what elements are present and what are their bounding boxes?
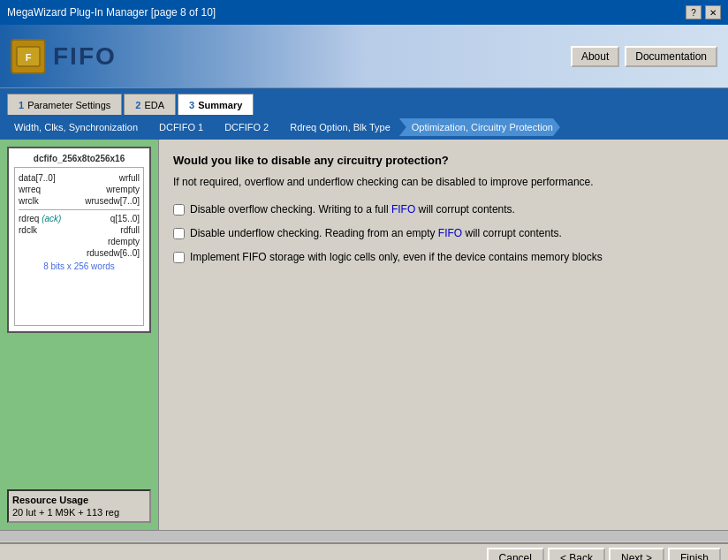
fifo-diagram-body: data[7..0] wrfull wrreq wrempty wrclk wr… [14,167,144,326]
description-text: If not required, overflow and underflow … [173,174,714,190]
documentation-button[interactable]: Documentation [625,46,717,67]
tab-eda[interactable]: 2 EDA [124,94,176,115]
next-button[interactable]: Next > [609,548,664,560]
fifo-port-rdempty: rdempty [19,237,140,246]
tab-parameter-settings[interactable]: 1 Parameter Settings [7,94,122,115]
header-buttons: About Documentation [571,46,717,67]
disable-underflow-checkbox[interactable] [173,228,185,239]
right-panel: Would you like to disable any circuitry … [159,140,728,530]
question-title: Would you like to disable any circuitry … [173,154,714,167]
bottom-bar: Cancel < Back Next > Finish [0,542,728,560]
close-button[interactable]: ✕ [705,5,721,19]
fifo-diagram-title: dcfifo_256x8to256x16 [14,154,144,163]
fifo-port-rdreq: rdreq (ack) q[15..0] [19,214,140,223]
fifo-link-overflow[interactable]: FIFO [391,203,415,216]
checkbox-logic-cells-row: Implement FIFO storage with logic cells … [173,250,714,265]
header: F FIFO About Documentation [0,25,728,88]
breadcrumb-optimization[interactable]: Optimization, Circuitry Protection [399,118,560,136]
resource-usage-box: Resource Usage 20 lut + 1 M9K + 113 reg [7,489,151,523]
resource-usage-label: Resource Usage [12,495,146,505]
disable-overflow-label: Disable overflow checking. Writing to a … [190,202,515,217]
disable-overflow-checkbox[interactable] [173,204,185,216]
title-bar: MegaWizard Plug-In Manager [page 8 of 10… [0,0,728,25]
fifo-info: 8 bits x 256 words [19,261,140,271]
left-spacer [7,340,151,482]
tab-summary[interactable]: 3 Summary [178,94,254,115]
fifo-link-underflow[interactable]: FIFO [438,227,462,239]
fifo-port-rdclk: rdclk rdfull [19,225,140,235]
checkbox-underflow-row: Disable underflow checking. Reading from… [173,226,714,241]
svg-text:F: F [26,52,32,63]
fifo-port-wrclk: wrclk wrusedw[7..0] [19,196,140,206]
main-content: dcfifo_256x8to256x16 data[7..0] wrfull w… [0,140,728,530]
header-left: F FIFO [11,39,117,74]
fifo-divider1 [19,209,140,210]
breadcrumb-rdreq[interactable]: Rdreq Option, Blk Type [277,118,398,136]
tabs-row: 1 Parameter Settings 2 EDA 3 Summary [0,88,728,115]
window-title: MegaWizard Plug-In Manager [page 8 of 10… [7,6,216,19]
fifo-diagram: dcfifo_256x8to256x16 data[7..0] wrfull w… [7,147,151,333]
implement-logic-cells-checkbox[interactable] [173,252,185,263]
finish-button[interactable]: Finish [668,548,721,560]
fifo-logo-icon: F [11,39,46,74]
left-panel: dcfifo_256x8to256x16 data[7..0] wrfull w… [0,140,159,530]
fifo-port-rdusedw: rdusedw[6..0] [19,248,140,258]
scrollbar-area[interactable] [0,530,728,542]
back-button[interactable]: < Back [548,548,605,560]
scrollbar-track[interactable] [0,531,728,541]
breadcrumb-dcfifo2[interactable]: DCFIFO 2 [212,118,276,136]
checkbox-overflow-row: Disable overflow checking. Writing to a … [173,202,714,217]
breadcrumb-row: Width, Clks, Synchronization DCFIFO 1 DC… [0,115,728,140]
about-button[interactable]: About [571,46,619,67]
disable-underflow-label: Disable underflow checking. Reading from… [190,226,562,241]
cancel-button[interactable]: Cancel [487,548,544,560]
app-title: FIFO [53,42,117,71]
title-bar-controls: ? ✕ [686,5,721,19]
resource-usage-value: 20 lut + 1 M9K + 113 reg [12,507,146,518]
fifo-port-wrreq: wrreq wrempty [19,185,140,194]
fifo-port-data: data[7..0] wrfull [19,173,140,183]
help-button[interactable]: ? [686,5,701,19]
breadcrumb-width-clks[interactable]: Width, Clks, Synchronization [7,118,145,136]
implement-logic-cells-label: Implement FIFO storage with logic cells … [190,250,603,265]
breadcrumb-dcfifo1[interactable]: DCFIFO 1 [147,118,210,136]
